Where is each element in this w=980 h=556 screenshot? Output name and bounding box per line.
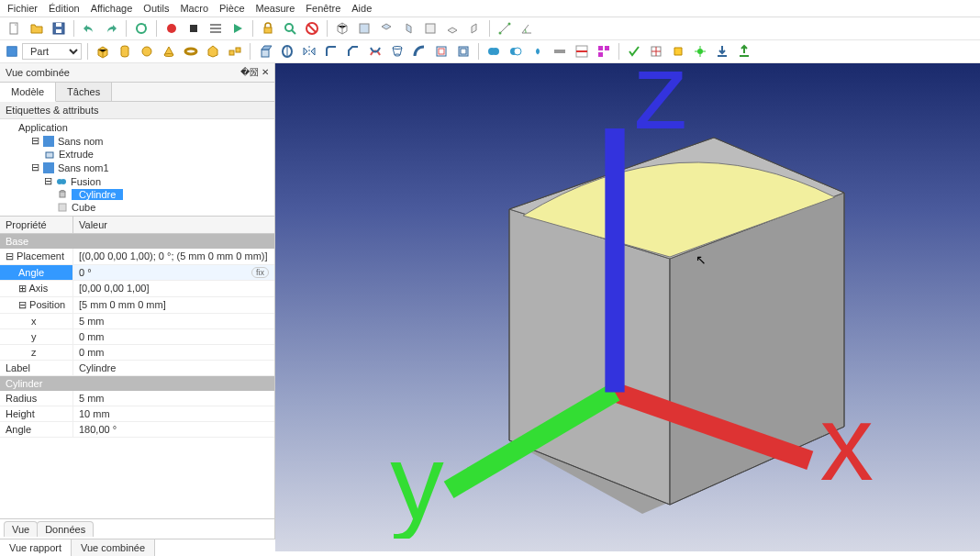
part-builder-icon[interactable] [226, 42, 244, 61]
separator [250, 43, 251, 60]
separator [327, 20, 328, 37]
svg-rect-13 [360, 24, 369, 33]
view-rear-icon[interactable] [421, 19, 440, 38]
svg-rect-46 [46, 152, 53, 158]
row-x[interactable]: x5 mm [0, 314, 274, 329]
view-right-icon[interactable] [399, 19, 418, 38]
row-height[interactable]: Height10 mm [0, 406, 274, 422]
svg-rect-3 [56, 23, 61, 27]
redo-icon[interactable] [102, 19, 120, 38]
row-cyl-angle[interactable]: Angle180,00 ° [0, 422, 274, 438]
svg-point-15 [499, 32, 502, 35]
tree-application[interactable]: Application [17, 121, 271, 134]
measure-distance-icon[interactable] [496, 19, 514, 38]
group-base: Base [0, 234, 274, 249]
row-z[interactable]: z0 mm [0, 345, 274, 361]
macro-list-icon[interactable] [206, 19, 225, 38]
part-cylinder-icon[interactable] [116, 42, 134, 61]
svg-rect-7 [210, 24, 221, 26]
status-tab-combined[interactable]: Vue combinée [72, 539, 155, 556]
property-header: Propriété Valeur [0, 217, 274, 234]
workbench-select[interactable]: Part [22, 43, 82, 60]
tab-tasks[interactable]: Tâches [56, 83, 112, 101]
view-left-icon[interactable] [465, 19, 484, 38]
menu-tools[interactable]: Outils [143, 3, 169, 14]
separator [252, 20, 253, 37]
save-icon[interactable] [50, 19, 68, 38]
view-bottom-icon[interactable] [443, 19, 462, 38]
svg-rect-23 [236, 48, 240, 52]
macro-record-icon[interactable] [162, 19, 181, 38]
separator [87, 43, 88, 60]
svg-rect-45 [43, 136, 54, 147]
row-radius[interactable]: Radius5 mm [0, 391, 274, 406]
svg-point-21 [185, 49, 196, 54]
zoom-fit-icon[interactable] [281, 19, 299, 38]
part-sphere-icon[interactable] [138, 42, 156, 61]
svg-rect-9 [210, 31, 221, 33]
tree-cylinder[interactable]: Cylindre [55, 188, 271, 201]
menu-edit[interactable]: Édition [49, 3, 80, 14]
view-top-icon[interactable] [377, 19, 395, 38]
separator [126, 20, 127, 37]
refresh-icon[interactable] [132, 19, 150, 38]
svg-point-49 [61, 179, 66, 184]
panel-title: Vue combinée [6, 67, 70, 78]
menu-measure[interactable]: Measure [256, 3, 295, 14]
header-property: Propriété [0, 217, 73, 233]
undo-icon[interactable] [80, 19, 98, 38]
menu-macro[interactable]: Macro [180, 3, 208, 14]
tab-model[interactable]: Modèle [0, 83, 56, 102]
row-label[interactable]: LabelCylindre [0, 361, 274, 376]
open-file-icon[interactable] [28, 19, 46, 38]
menu-part[interactable]: Pièce [219, 3, 245, 14]
svg-rect-6 [190, 25, 197, 32]
part-prism-icon[interactable] [204, 42, 222, 61]
workbench-selector[interactable]: Part [6, 43, 82, 60]
toolbar-main [0, 17, 980, 40]
view-front-icon[interactable] [355, 19, 373, 38]
section-labels-attrs: Etiquettes & attributs [0, 102, 274, 119]
svg-line-59 [449, 392, 615, 489]
svg-rect-17 [7, 47, 17, 57]
svg-rect-22 [229, 50, 234, 55]
header-value: Valeur [73, 217, 113, 233]
tab-data[interactable]: Données [37, 521, 94, 537]
svg-text:x: x [819, 383, 874, 503]
svg-rect-51 [60, 192, 65, 197]
row-axis[interactable]: ⊞ Axis[0,00 0,00 1,00] [0, 281, 274, 297]
view-iso-icon[interactable] [333, 19, 351, 38]
menu-view[interactable]: Affichage [91, 3, 133, 14]
row-y[interactable]: y0 mm [0, 329, 274, 345]
part-box-icon[interactable] [94, 42, 112, 61]
separator [489, 20, 490, 37]
tree-extrude[interactable]: Extrude [42, 148, 271, 161]
svg-rect-47 [43, 162, 54, 173]
part-torus-icon[interactable] [182, 42, 200, 61]
macro-stop-icon[interactable] [184, 19, 203, 38]
lock-icon[interactable] [259, 19, 277, 38]
row-placement[interactable]: ⊟ Placement[(0,00 0,00 1,00); 0 °; (5 mm… [0, 249, 274, 265]
no-entry-icon[interactable] [303, 19, 321, 38]
menu-file[interactable]: Fichier [7, 3, 38, 14]
measure-angle-icon[interactable] [518, 19, 536, 38]
menu-window[interactable]: Fenêtre [306, 3, 340, 14]
row-angle[interactable]: Angle0 °fix [0, 265, 274, 281]
tab-view[interactable]: Vue [4, 521, 38, 537]
separator [156, 20, 157, 37]
new-file-icon[interactable] [6, 19, 24, 38]
svg-text:z: z [634, 50, 688, 151]
tree-view[interactable]: Application ⊟Sans nom Extrude ⊟Sans nom1… [0, 119, 274, 216]
part-cone-icon[interactable] [160, 42, 178, 61]
menu-help[interactable]: Aide [351, 3, 372, 14]
tree-cube[interactable]: Cube [55, 201, 271, 214]
tree-doc-2[interactable]: ⊟Sans nom1 [29, 161, 271, 174]
property-bottom-tabs: Vue Données [0, 518, 274, 539]
tree-doc-1[interactable]: ⊟Sans nom [29, 134, 271, 148]
3d-viewport[interactable]: ↖ x y z [275, 63, 980, 551]
panel-title-bar: Vue combinée �圀 ✕ [0, 63, 274, 83]
macro-play-icon[interactable] [228, 19, 247, 38]
tree-fusion[interactable]: ⊟Fusion [42, 174, 271, 188]
row-position[interactable]: ⊟ Position[5 mm 0 mm 0 mm] [0, 297, 274, 314]
status-tab-report[interactable]: Vue rapport [0, 539, 72, 556]
